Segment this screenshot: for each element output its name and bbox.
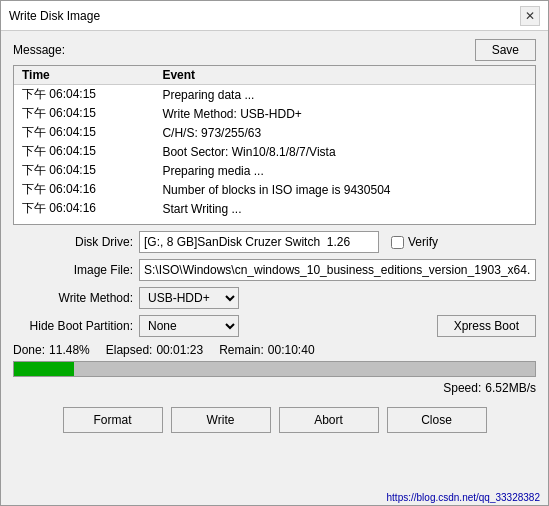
verify-label: Verify <box>408 235 438 249</box>
remain-stat: Remain: 00:10:40 <box>219 343 314 357</box>
log-time: 下午 06:04:15 <box>14 85 154 105</box>
log-time: 下午 06:04:16 <box>14 180 154 199</box>
elapsed-stat: Elapsed: 00:01:23 <box>106 343 203 357</box>
log-event: Preparing media ... <box>154 161 535 180</box>
elapsed-value: 00:01:23 <box>156 343 203 357</box>
log-row: 下午 06:04:15Boot Sector: Win10/8.1/8/7/Vi… <box>14 142 535 161</box>
main-window: Write Disk Image ✕ Message: Save Time Ev… <box>0 0 549 506</box>
log-time: 下午 06:04:15 <box>14 104 154 123</box>
log-row: 下午 06:04:15Write Method: USB-HDD+ <box>14 104 535 123</box>
title-bar: Write Disk Image ✕ <box>1 1 548 31</box>
log-time: 下午 06:04:15 <box>14 123 154 142</box>
message-section: Message: Save Time Event 下午 06:04:15Prep… <box>13 39 536 225</box>
log-row: 下午 06:04:15C/H/S: 973/255/63 <box>14 123 535 142</box>
progress-bar-container <box>13 361 536 377</box>
log-body: 下午 06:04:15Preparing data ...下午 06:04:15… <box>14 85 535 219</box>
write-button[interactable]: Write <box>171 407 271 433</box>
disk-drive-row: Disk Drive: Verify <box>13 231 536 253</box>
log-table: Time Event 下午 06:04:15Preparing data ...… <box>14 66 535 218</box>
log-event: Start Writing ... <box>154 199 535 218</box>
log-event: C/H/S: 973/255/63 <box>154 123 535 142</box>
log-row: 下午 06:04:16Number of blocks in ISO image… <box>14 180 535 199</box>
write-method-select[interactable]: USB-HDD+ USB-ZIP+ USB-ZIP USB-HDD <box>139 287 239 309</box>
elapsed-label: Elapsed: <box>106 343 153 357</box>
hide-boot-label: Hide Boot Partition: <box>13 319 133 333</box>
form-section: Disk Drive: Verify Image File: Write Met… <box>13 231 536 337</box>
speed-label: Speed: <box>443 381 481 395</box>
log-event: Preparing data ... <box>154 85 535 105</box>
save-button[interactable]: Save <box>475 39 536 61</box>
close-button-bottom[interactable]: Close <box>387 407 487 433</box>
verify-check-group: Verify <box>391 235 438 249</box>
message-header: Message: Save <box>13 39 536 61</box>
log-time: 下午 06:04:15 <box>14 161 154 180</box>
event-column-header: Event <box>154 66 535 85</box>
progress-bar-fill <box>14 362 74 376</box>
watermark: https://blog.csdn.net/qq_33328382 <box>1 492 548 505</box>
image-file-input[interactable] <box>139 259 536 281</box>
xpress-boot-button[interactable]: Xpress Boot <box>437 315 536 337</box>
time-column-header: Time <box>14 66 154 85</box>
remain-value: 00:10:40 <box>268 343 315 357</box>
disk-drive-input[interactable] <box>139 231 379 253</box>
log-row: 下午 06:04:15Preparing data ... <box>14 85 535 105</box>
hide-boot-select[interactable]: None Yes No <box>139 315 239 337</box>
button-row: Format Write Abort Close <box>13 401 536 437</box>
log-header-row: Time Event <box>14 66 535 85</box>
write-method-row: Write Method: USB-HDD+ USB-ZIP+ USB-ZIP … <box>13 287 536 309</box>
progress-section: Done: 11.48% Elapsed: 00:01:23 Remain: 0… <box>13 343 536 395</box>
content-area: Message: Save Time Event 下午 06:04:15Prep… <box>1 31 548 492</box>
remain-label: Remain: <box>219 343 264 357</box>
done-stat: Done: 11.48% <box>13 343 90 357</box>
close-button[interactable]: ✕ <box>520 6 540 26</box>
log-row: 下午 06:04:15Preparing media ... <box>14 161 535 180</box>
log-time: 下午 06:04:15 <box>14 142 154 161</box>
verify-checkbox[interactable] <box>391 236 404 249</box>
window-title: Write Disk Image <box>9 9 100 23</box>
done-label: Done: <box>13 343 45 357</box>
image-file-row: Image File: <box>13 259 536 281</box>
log-row: 下午 06:04:16Start Writing ... <box>14 199 535 218</box>
speed-value: 6.52MB/s <box>485 381 536 395</box>
write-method-label: Write Method: <box>13 291 133 305</box>
log-time: 下午 06:04:16 <box>14 199 154 218</box>
format-button[interactable]: Format <box>63 407 163 433</box>
speed-row: Speed: 6.52MB/s <box>13 381 536 395</box>
log-area[interactable]: Time Event 下午 06:04:15Preparing data ...… <box>13 65 536 225</box>
image-file-label: Image File: <box>13 263 133 277</box>
hide-boot-row: Hide Boot Partition: None Yes No Xpress … <box>13 315 536 337</box>
log-event: Write Method: USB-HDD+ <box>154 104 535 123</box>
done-value: 11.48% <box>49 343 90 357</box>
message-label: Message: <box>13 43 65 57</box>
abort-button[interactable]: Abort <box>279 407 379 433</box>
log-event: Boot Sector: Win10/8.1/8/7/Vista <box>154 142 535 161</box>
disk-drive-label: Disk Drive: <box>13 235 133 249</box>
log-event: Number of blocks in ISO image is 9430504 <box>154 180 535 199</box>
progress-stats: Done: 11.48% Elapsed: 00:01:23 Remain: 0… <box>13 343 536 357</box>
